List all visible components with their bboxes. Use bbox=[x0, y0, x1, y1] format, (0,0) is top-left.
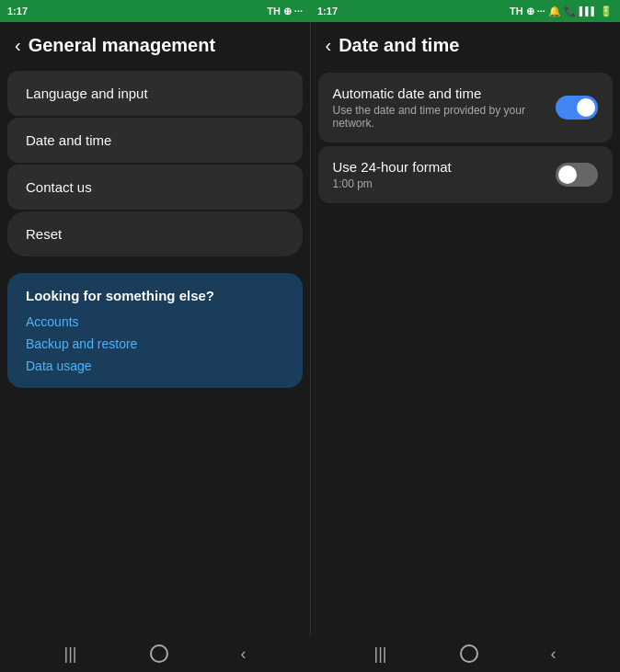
more-icon-right: ··· bbox=[537, 6, 545, 17]
menu-item-language-label: Language and input bbox=[26, 85, 148, 101]
navigation-bar: ||| ‹ ||| ‹ bbox=[0, 635, 620, 672]
suggestion-card: Looking for something else? Accounts Bac… bbox=[7, 273, 303, 388]
th-icon: TH bbox=[267, 6, 281, 17]
menu-item-datetime-label: Date and time bbox=[26, 132, 111, 148]
menu-item-reset[interactable]: Reset bbox=[7, 211, 303, 256]
menu-item-contact-label: Contact us bbox=[26, 179, 92, 195]
menu-item-language[interactable]: Language and input bbox=[7, 71, 303, 116]
th-icon-right: TH bbox=[510, 6, 523, 17]
call-icon: 📞 bbox=[564, 6, 577, 17]
screen-general-management: ‹ General management Language and input … bbox=[0, 22, 310, 635]
nav-home-right[interactable] bbox=[460, 644, 478, 663]
settings-item-auto-datetime[interactable]: Automatic date and time Use the date and… bbox=[318, 73, 614, 142]
back-button-left[interactable]: ‹ bbox=[15, 35, 21, 56]
left-screen-title: General management bbox=[29, 35, 215, 56]
nav-right: ||| ‹ bbox=[310, 635, 620, 672]
settings-item-auto-datetime-text: Automatic date and time Use the date and… bbox=[333, 85, 557, 130]
nav-left: ||| ‹ bbox=[0, 635, 310, 672]
screens-container: ‹ General management Language and input … bbox=[0, 22, 620, 635]
more-icon: ··· bbox=[294, 6, 303, 17]
right-status-icons: TH ⊕ ··· 🔔 📞 ▌▌▌ 🔋 bbox=[510, 6, 613, 17]
grid-icon-right: ⊕ bbox=[526, 6, 534, 17]
status-bar: 1:17 TH ⊕ ··· 1:17 TH ⊕ ··· 🔔 📞 ▌▌▌ 🔋 bbox=[0, 0, 620, 22]
nav-recents-right[interactable]: ||| bbox=[373, 644, 386, 664]
suggestion-link-backup[interactable]: Backup and restore bbox=[26, 336, 284, 351]
battery-icon: 🔋 bbox=[600, 6, 613, 17]
auto-datetime-sublabel: Use the date and time provided by your n… bbox=[333, 104, 557, 130]
nav-back-left[interactable]: ‹ bbox=[240, 644, 246, 664]
time-left: 1:17 bbox=[7, 6, 28, 17]
toggle-24hr[interactable] bbox=[556, 163, 598, 187]
nav-recents-left[interactable]: ||| bbox=[63, 644, 76, 664]
status-bar-left: 1:17 TH ⊕ ··· bbox=[0, 0, 310, 22]
toggle-knob-auto bbox=[577, 98, 595, 117]
suggestion-link-accounts[interactable]: Accounts bbox=[26, 314, 284, 329]
settings-list: Automatic date and time Use the date and… bbox=[311, 65, 621, 207]
24hr-label: Use 24-hour format bbox=[333, 159, 557, 175]
left-header: ‹ General management bbox=[0, 22, 310, 65]
toggle-knob-24hr bbox=[558, 165, 577, 184]
back-button-right[interactable]: ‹ bbox=[326, 35, 332, 56]
status-bar-right: 1:17 TH ⊕ ··· 🔔 📞 ▌▌▌ 🔋 bbox=[310, 0, 620, 22]
signal-icon: ▌▌▌ bbox=[580, 6, 597, 16]
nav-back-right[interactable]: ‹ bbox=[550, 644, 556, 664]
screen-date-time: ‹ Date and time Automatic date and time … bbox=[311, 22, 621, 635]
24hr-sublabel: 1:00 pm bbox=[333, 177, 557, 190]
settings-item-24hr-text: Use 24-hour format 1:00 pm bbox=[333, 159, 557, 190]
settings-item-24hr[interactable]: Use 24-hour format 1:00 pm bbox=[318, 146, 614, 203]
menu-item-reset-label: Reset bbox=[26, 226, 62, 242]
menu-list: Language and input Date and time Contact… bbox=[0, 65, 310, 262]
right-header: ‹ Date and time bbox=[311, 22, 621, 65]
suggestion-link-data[interactable]: Data usage bbox=[26, 359, 284, 373]
left-status-icons: TH ⊕ ··· bbox=[267, 6, 303, 17]
suggestion-title: Looking for something else? bbox=[26, 288, 284, 303]
alarm-icon: 🔔 bbox=[548, 6, 561, 17]
auto-datetime-label: Automatic date and time bbox=[333, 85, 557, 101]
grid-icon: ⊕ bbox=[283, 6, 292, 17]
toggle-auto-datetime[interactable] bbox=[556, 96, 598, 120]
menu-item-datetime[interactable]: Date and time bbox=[7, 118, 303, 163]
time-right: 1:17 bbox=[317, 6, 338, 17]
menu-item-contact[interactable]: Contact us bbox=[7, 165, 303, 210]
right-screen-title: Date and time bbox=[339, 35, 459, 56]
nav-home-left[interactable] bbox=[150, 644, 168, 663]
